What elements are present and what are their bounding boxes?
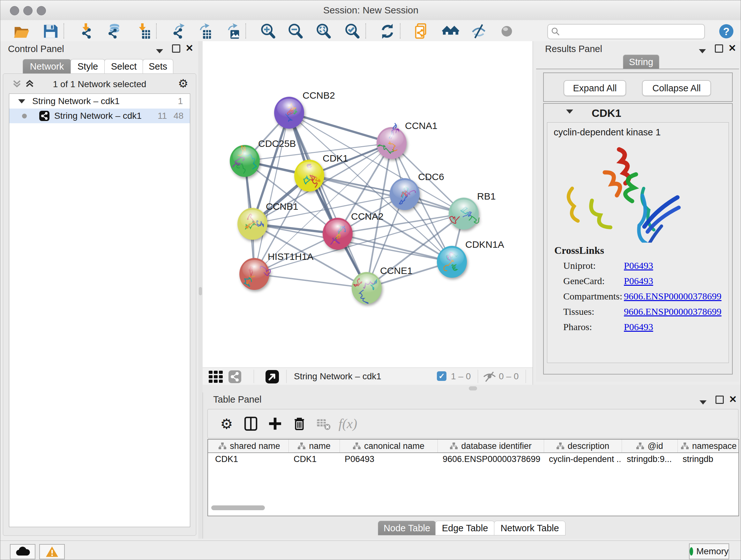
- delete-column-trash-icon[interactable]: [290, 415, 309, 433]
- network-edge-count: 48: [174, 111, 184, 121]
- grid-view-icon[interactable]: [208, 370, 224, 383]
- network-tree: String Network – cdk1 1 String Network –…: [9, 94, 190, 527]
- open-session-icon: [13, 23, 30, 40]
- cytoscape-window: Session: New Session: [0, 0, 741, 560]
- control-panel-menu-icon[interactable]: [156, 46, 163, 56]
- control-panel-float-icon[interactable]: [172, 44, 180, 55]
- export-image-icon: [223, 23, 240, 40]
- save-session-button[interactable]: [41, 22, 60, 41]
- crosslink-value-link[interactable]: 9606.ENSP00000378699: [624, 306, 722, 317]
- export-image-button[interactable]: [222, 22, 241, 41]
- network-options-gear-icon[interactable]: ⚙: [178, 77, 188, 90]
- node-CDKN1A: [437, 246, 467, 278]
- network-canvas[interactable]: CCNB2CCNA1CDC25BCDK1CDC6RB1CCNB1CCNA2CDK…: [203, 41, 533, 368]
- tab-network-table[interactable]: Network Table: [494, 521, 565, 536]
- gene-section-header[interactable]: CDK1: [544, 104, 732, 122]
- open-session-button[interactable]: [12, 22, 31, 41]
- warnings-button[interactable]: [39, 544, 65, 559]
- network-collection-row[interactable]: String Network – cdk1 1: [9, 94, 190, 109]
- edge-CCNB2-HIST1H1A: [254, 113, 289, 274]
- zoom-fit-button[interactable]: [314, 22, 333, 41]
- show-hide-panels-button[interactable]: [469, 22, 488, 41]
- column-header-name[interactable]: name: [288, 440, 340, 452]
- crosslink-row: Pharos: P06493: [554, 321, 604, 336]
- table-panel-float-icon[interactable]: [716, 395, 724, 406]
- network-label: String Network – cdk1: [54, 111, 142, 121]
- results-panel-menu-icon[interactable]: [699, 46, 706, 56]
- import-database-button[interactable]: [104, 22, 123, 41]
- column-header-id[interactable]: @id: [622, 440, 678, 452]
- cell-description[interactable]: cyclin-dependent ...: [549, 454, 620, 464]
- hidden-count: 0 – 0: [499, 371, 519, 381]
- refresh-button[interactable]: [378, 22, 397, 41]
- table-toolbar: ⚙ f(x): [207, 409, 738, 438]
- results-panel-float-icon[interactable]: [715, 44, 723, 55]
- crosslink-value-link[interactable]: P06493: [624, 260, 653, 271]
- column-header-namespace[interactable]: namespace: [677, 440, 739, 452]
- table-panel-close-icon[interactable]: ✕: [729, 394, 737, 405]
- gene-expander-icon[interactable]: [566, 110, 573, 114]
- cell-id[interactable]: stringdb:9...: [627, 454, 676, 464]
- crosslink-value-link[interactable]: P06493: [624, 275, 653, 287]
- add-column-icon[interactable]: [266, 415, 284, 433]
- table-panel-menu-icon[interactable]: [699, 397, 706, 407]
- search-input[interactable]: [547, 24, 705, 39]
- import-table-icon: [134, 23, 151, 40]
- results-panel-close-icon[interactable]: ✕: [728, 43, 736, 54]
- zoom-out-button[interactable]: [286, 22, 305, 41]
- cell-canonicalname[interactable]: P06493: [345, 454, 436, 464]
- cell-name[interactable]: CDK1: [293, 454, 338, 464]
- tab-sets[interactable]: Sets: [143, 59, 173, 73]
- node-label-CCNB2: CCNB2: [302, 90, 335, 101]
- control-panel-close-icon[interactable]: ✕: [185, 43, 193, 54]
- selected-count: 1 – 0: [451, 371, 471, 381]
- split-columns-icon[interactable]: [242, 415, 260, 433]
- node-RB1: [449, 198, 479, 230]
- network-row[interactable]: String Network – cdk1 11 48: [9, 109, 190, 123]
- cell-namespace[interactable]: stringdb: [683, 454, 738, 464]
- table-horizontal-scrollbar[interactable]: [207, 505, 738, 511]
- string-import-button[interactable]: [413, 22, 431, 41]
- column-type-icon: [556, 442, 564, 450]
- tab-select[interactable]: Select: [105, 59, 143, 73]
- help-button[interactable]: ?: [717, 22, 736, 41]
- protein-ribbon-image: [560, 144, 688, 243]
- memory-button[interactable]: Memory: [689, 543, 729, 559]
- horizontal-splitter[interactable]: [203, 385, 741, 392]
- column-header-sharedname[interactable]: shared name: [210, 440, 289, 452]
- tab-network[interactable]: Network: [23, 59, 71, 73]
- export-network-button[interactable]: [170, 22, 188, 41]
- collapse-all-button[interactable]: Collapse All: [642, 80, 711, 96]
- collection-expander-icon[interactable]: [18, 99, 25, 104]
- edge-HIST1H1A-CCNE1: [254, 274, 367, 288]
- crosslink-value-link[interactable]: 9606.ENSP00000378699: [624, 291, 722, 302]
- node-CDK1: [294, 160, 324, 192]
- crosslink-value-link[interactable]: P06493: [624, 321, 653, 332]
- zoom-in-button[interactable]: [259, 22, 277, 41]
- home-button[interactable]: [441, 22, 460, 41]
- cell-sharedname[interactable]: CDK1: [215, 454, 287, 464]
- tab-edge-table[interactable]: Edge Table: [435, 521, 495, 536]
- crosslinks-title: CrossLinks: [554, 245, 604, 256]
- birdseye-view-icon[interactable]: [265, 370, 279, 384]
- column-header-databaseidentifier[interactable]: database identifier: [437, 440, 544, 452]
- share-view-icon[interactable]: [228, 370, 242, 383]
- export-table-button[interactable]: [194, 22, 213, 41]
- tab-node-table[interactable]: Node Table: [378, 521, 436, 536]
- selected-checkbox-icon[interactable]: ✓: [437, 371, 447, 381]
- network-view-toolbar: String Network – cdk1 ✓ 1 – 0 0 – 0: [203, 368, 533, 385]
- tab-string[interactable]: String: [623, 55, 659, 69]
- zoom-selected-button[interactable]: [343, 22, 361, 41]
- results-panel-title: Results Panel: [545, 44, 602, 54]
- expand-all-button[interactable]: Expand All: [563, 80, 626, 96]
- import-table-button[interactable]: [133, 22, 152, 41]
- cloud-button[interactable]: [10, 544, 36, 559]
- left-splitter[interactable]: [198, 41, 203, 539]
- column-header-description[interactable]: description: [544, 440, 622, 452]
- cell-databaseidentifier[interactable]: 9606.ENSP00000378699: [443, 454, 542, 464]
- table-settings-gear-icon[interactable]: ⚙: [217, 415, 236, 433]
- preview-sphere-button[interactable]: [497, 22, 516, 41]
- import-network-button[interactable]: [77, 22, 95, 41]
- tab-style[interactable]: Style: [71, 59, 105, 73]
- column-header-canonicalname[interactable]: canonical name: [340, 440, 438, 452]
